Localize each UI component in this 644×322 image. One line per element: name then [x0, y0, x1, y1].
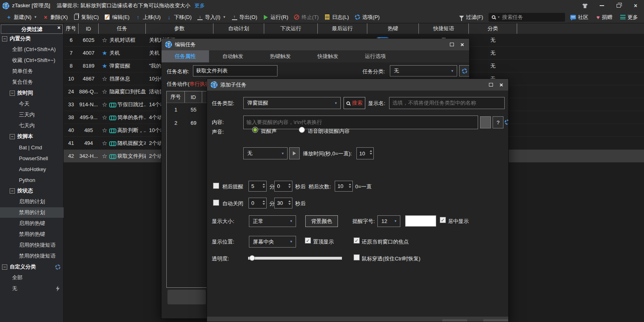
sidebar-item-0[interactable]: −内置分类: [0, 33, 64, 44]
sidebar-item-12[interactable]: AutoHotkey: [0, 164, 64, 174]
tab-1[interactable]: 自动触发: [209, 50, 257, 62]
toolbar-button-log[interactable]: 日志(L): [321, 11, 352, 23]
star-outline-icon[interactable]: ☆: [102, 37, 107, 44]
later-count-stepper[interactable]: 10: [335, 181, 353, 192]
stepper-arrows-icon[interactable]: [263, 200, 265, 205]
stepper-arrows-icon[interactable]: [370, 150, 372, 155]
later-min-stepper[interactable]: 5: [248, 181, 267, 192]
star-filled-icon[interactable]: ★: [102, 50, 107, 57]
minimize-button[interactable]: [593, 0, 610, 11]
column-header-2[interactable]: 任务: [99, 23, 146, 34]
column-header-5[interactable]: 下次运行: [264, 23, 318, 34]
gear-icon[interactable]: [505, 120, 509, 125]
toolbar-button-run[interactable]: 运行(R): [260, 11, 291, 23]
font-color-swatch[interactable]: [405, 215, 436, 227]
stepper-arrows-icon[interactable]: [349, 184, 351, 188]
sidebar-item-22[interactable]: 全部: [0, 272, 64, 283]
tts-radio[interactable]: [299, 127, 305, 133]
stepper-arrows-icon[interactable]: [288, 200, 291, 205]
column-header-1[interactable]: ID: [79, 23, 99, 34]
collapse-icon[interactable]: −: [2, 264, 7, 270]
sidebar-item-3[interactable]: 简单任务: [0, 66, 64, 76]
chevron-down-icon[interactable]: ▼: [34, 15, 37, 19]
display-pos-select[interactable]: 屏幕中央 ▼: [249, 236, 296, 248]
sidebar-item-23[interactable]: 无: [0, 283, 64, 294]
sidebar-item-13[interactable]: Python: [0, 175, 64, 185]
autoclose-min-stepper[interactable]: 0: [248, 198, 267, 208]
content-extra-button[interactable]: [480, 116, 491, 128]
community-button[interactable]: 社区: [567, 14, 591, 21]
toolbar-button-delete[interactable]: ×删除(X): [40, 11, 70, 23]
opacity-slider[interactable]: [248, 257, 342, 260]
sidebar-item-19[interactable]: 启用的快捷短语: [0, 240, 64, 250]
sound-select[interactable]: 无 ▼: [243, 147, 288, 159]
later-sec-stepper[interactable]: 0: [274, 181, 292, 192]
close-icon[interactable]: ×: [460, 41, 464, 48]
edit-dialog-titlebar[interactable]: T 编辑任务 ×: [162, 39, 469, 50]
display-size-select[interactable]: 正常 ▼: [249, 215, 296, 227]
autoclose-sec-stepper[interactable]: 30: [274, 198, 292, 208]
list-action-button[interactable]: [167, 289, 206, 305]
toolbar-button-import[interactable]: ↓导入(I)▼: [195, 11, 229, 23]
toolbar-button-export[interactable]: ↑导出(O): [229, 11, 260, 23]
ok-button[interactable]: [442, 319, 467, 322]
sidebar-item-5[interactable]: −按时间: [0, 88, 64, 98]
stepper-arrows-icon[interactable]: [288, 184, 291, 188]
star-outline-icon[interactable]: ☆: [102, 88, 107, 95]
tab-2[interactable]: 热键触发: [257, 50, 304, 62]
donate-button[interactable]: ♥ 捐赠: [594, 14, 615, 21]
topmost-checkbox[interactable]: [305, 237, 311, 244]
play-time-stepper[interactable]: 10: [356, 147, 374, 159]
star-outline-icon[interactable]: ☆: [102, 140, 107, 147]
toolbar-button-move-up[interactable]: ↑上移(U): [133, 11, 164, 23]
star-outline-icon[interactable]: ☆: [102, 153, 107, 160]
collapse-icon[interactable]: −: [10, 91, 15, 96]
skin-button[interactable]: [576, 0, 593, 11]
maximize-button[interactable]: [610, 0, 627, 11]
sidebar-item-20[interactable]: 禁用的快捷短语: [0, 251, 64, 261]
sidebar-item-21[interactable]: −自定义分类: [0, 262, 64, 272]
close-icon[interactable]: ×: [499, 81, 503, 88]
font-size-select[interactable]: 12 ▼: [377, 215, 400, 227]
sidebar-item-4[interactable]: 复合任务: [0, 77, 64, 87]
sidebar-item-2[interactable]: 收藏 (Ctrl+Shift+~): [0, 55, 64, 66]
column-header-6[interactable]: 最后运行: [318, 23, 367, 34]
display-name-input[interactable]: 选填，不填将使用任务类型中的名称: [389, 97, 505, 109]
search-type-button[interactable]: 搜索: [344, 97, 365, 109]
column-header-8[interactable]: 快捷短语: [419, 23, 469, 34]
search-input[interactable]: ▼ 搜索任务: [489, 13, 565, 22]
cancel-button[interactable]: [483, 319, 508, 322]
bg-color-button[interactable]: 背景颜色: [305, 215, 338, 227]
collapse-icon[interactable]: −: [10, 188, 15, 194]
star-outline-icon[interactable]: ☆: [102, 75, 107, 83]
tab-0[interactable]: 任务属性: [162, 50, 209, 62]
stepper-arrows-icon[interactable]: [263, 184, 265, 188]
task-category-select[interactable]: 无 ▼: [390, 65, 457, 76]
column-header-0[interactable]: 序号: [64, 23, 79, 34]
star-outline-icon[interactable]: ☆: [102, 127, 107, 134]
star-outline-icon[interactable]: ☆: [102, 101, 107, 108]
sidebar-item-7[interactable]: 三天内: [0, 109, 64, 120]
sidebar-item-17[interactable]: 启用的热键: [0, 218, 64, 229]
collapse-icon[interactable]: −: [2, 36, 7, 41]
subtask-dialog-titlebar[interactable]: T 添加子任务 ×: [207, 79, 508, 91]
autoclose-checkbox[interactable]: [213, 200, 219, 206]
sidebar-item-9[interactable]: −按脚本: [0, 131, 64, 142]
toolbar-button-move-down[interactable]: ↓下移(D): [164, 11, 195, 23]
star-filled-icon[interactable]: ★: [102, 62, 107, 70]
tip-more-link[interactable]: 更多: [195, 2, 205, 9]
filter-button[interactable]: 过滤(F): [456, 14, 486, 21]
sidebar-item-11[interactable]: PowserShell: [0, 153, 64, 163]
toolbar-button-copy[interactable]: 复制(C): [70, 11, 101, 23]
collapse-icon[interactable]: −: [10, 134, 15, 139]
toolbar-button-edit[interactable]: 编辑(E): [101, 11, 132, 23]
toolbar-button-options[interactable]: 选项(P): [352, 11, 382, 23]
sidebar-item-14[interactable]: −按状态: [0, 186, 64, 196]
sidebar-item-8[interactable]: 七天内: [0, 120, 64, 131]
sidebar-item-18[interactable]: 禁用的热键: [0, 229, 64, 239]
focus-checkbox[interactable]: [354, 237, 360, 244]
gear-icon[interactable]: [55, 264, 60, 270]
alert-sound-radio[interactable]: [252, 127, 258, 133]
column-header-3[interactable]: 参数: [146, 23, 213, 34]
task-type-select[interactable]: 弹窗提醒 ▼: [243, 97, 341, 109]
